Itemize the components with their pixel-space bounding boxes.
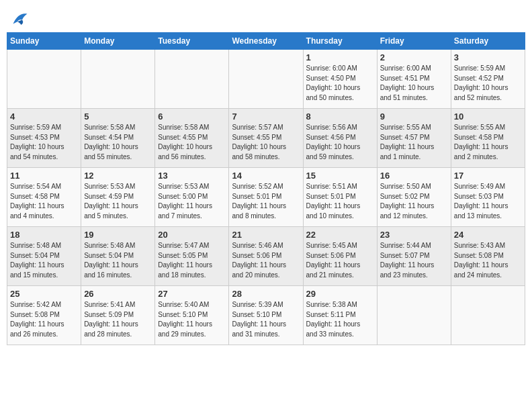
col-header-thursday: Thursday [303, 33, 377, 50]
calendar-cell: 8Sunrise: 5:56 AM Sunset: 4:56 PM Daylig… [303, 109, 377, 168]
day-info: Sunrise: 5:58 AM Sunset: 4:55 PM Dayligh… [158, 123, 226, 162]
day-number: 13 [158, 171, 226, 181]
calendar-cell: 27Sunrise: 5:40 AM Sunset: 5:10 PM Dayli… [155, 286, 229, 345]
day-info: Sunrise: 5:48 AM Sunset: 5:04 PM Dayligh… [84, 241, 152, 280]
day-info: Sunrise: 5:46 AM Sunset: 5:06 PM Dayligh… [232, 241, 300, 280]
calendar-cell: 22Sunrise: 5:45 AM Sunset: 5:06 PM Dayli… [303, 227, 377, 286]
calendar-week-row: 11Sunrise: 5:54 AM Sunset: 4:58 PM Dayli… [7, 168, 525, 227]
day-number: 7 [232, 111, 300, 122]
logo [7, 9, 28, 28]
calendar-cell: 6Sunrise: 5:58 AM Sunset: 4:55 PM Daylig… [155, 109, 229, 168]
day-info: Sunrise: 5:50 AM Sunset: 5:02 PM Dayligh… [380, 182, 448, 221]
calendar-week-row: 25Sunrise: 5:42 AM Sunset: 5:08 PM Dayli… [7, 286, 525, 345]
day-number: 24 [454, 230, 522, 240]
day-info: Sunrise: 5:53 AM Sunset: 5:00 PM Dayligh… [158, 182, 226, 221]
calendar-cell: 5Sunrise: 5:58 AM Sunset: 4:54 PM Daylig… [81, 109, 155, 168]
calendar-cell [81, 50, 155, 109]
day-info: Sunrise: 5:41 AM Sunset: 5:09 PM Dayligh… [84, 300, 152, 339]
day-number: 10 [454, 111, 522, 122]
calendar-cell: 19Sunrise: 5:48 AM Sunset: 5:04 PM Dayli… [81, 227, 155, 286]
day-info: Sunrise: 5:43 AM Sunset: 5:08 PM Dayligh… [454, 241, 522, 280]
day-info: Sunrise: 5:42 AM Sunset: 5:08 PM Dayligh… [10, 300, 78, 339]
day-info: Sunrise: 5:54 AM Sunset: 4:58 PM Dayligh… [10, 182, 78, 221]
calendar-cell: 14Sunrise: 5:52 AM Sunset: 5:01 PM Dayli… [229, 168, 303, 227]
calendar-week-row: 4Sunrise: 5:59 AM Sunset: 4:53 PM Daylig… [7, 109, 525, 168]
day-number: 3 [454, 52, 522, 62]
calendar-cell: 20Sunrise: 5:47 AM Sunset: 5:05 PM Dayli… [155, 227, 229, 286]
calendar-cell: 18Sunrise: 5:48 AM Sunset: 5:04 PM Dayli… [7, 227, 81, 286]
day-number: 27 [158, 289, 226, 299]
day-number: 6 [158, 111, 226, 122]
col-header-wednesday: Wednesday [229, 33, 303, 50]
day-number: 20 [158, 230, 226, 240]
calendar-cell: 2Sunrise: 6:00 AM Sunset: 4:51 PM Daylig… [377, 50, 451, 109]
day-number: 4 [10, 111, 78, 122]
day-number: 22 [306, 230, 374, 240]
day-number: 17 [454, 171, 522, 181]
day-number: 25 [10, 289, 78, 299]
day-number: 9 [380, 111, 448, 122]
day-info: Sunrise: 5:38 AM Sunset: 5:11 PM Dayligh… [306, 300, 374, 339]
calendar-cell: 23Sunrise: 5:44 AM Sunset: 5:07 PM Dayli… [377, 227, 451, 286]
day-number: 8 [306, 111, 374, 122]
day-number: 14 [232, 171, 300, 181]
page-header [7, 7, 525, 28]
day-info: Sunrise: 5:56 AM Sunset: 4:56 PM Dayligh… [306, 123, 374, 162]
day-number: 29 [306, 289, 374, 299]
day-info: Sunrise: 5:47 AM Sunset: 5:05 PM Dayligh… [158, 241, 226, 280]
day-info: Sunrise: 5:39 AM Sunset: 5:10 PM Dayligh… [232, 300, 300, 339]
calendar-cell [451, 286, 525, 345]
day-number: 5 [84, 111, 152, 122]
day-info: Sunrise: 5:45 AM Sunset: 5:06 PM Dayligh… [306, 241, 374, 280]
day-info: Sunrise: 5:44 AM Sunset: 5:07 PM Dayligh… [380, 241, 448, 280]
calendar-cell: 10Sunrise: 5:55 AM Sunset: 4:58 PM Dayli… [451, 109, 525, 168]
day-info: Sunrise: 5:55 AM Sunset: 4:57 PM Dayligh… [380, 123, 448, 162]
calendar-week-row: 1Sunrise: 6:00 AM Sunset: 4:50 PM Daylig… [7, 50, 525, 109]
calendar-week-row: 18Sunrise: 5:48 AM Sunset: 5:04 PM Dayli… [7, 227, 525, 286]
calendar-cell: 17Sunrise: 5:49 AM Sunset: 5:03 PM Dayli… [451, 168, 525, 227]
col-header-monday: Monday [81, 33, 155, 50]
calendar-cell [229, 50, 303, 109]
day-info: Sunrise: 6:00 AM Sunset: 4:50 PM Dayligh… [306, 64, 374, 103]
calendar-cell: 4Sunrise: 5:59 AM Sunset: 4:53 PM Daylig… [7, 109, 81, 168]
calendar-cell [155, 50, 229, 109]
calendar-cell: 29Sunrise: 5:38 AM Sunset: 5:11 PM Dayli… [303, 286, 377, 345]
calendar-cell: 28Sunrise: 5:39 AM Sunset: 5:10 PM Dayli… [229, 286, 303, 345]
day-number: 23 [380, 230, 448, 240]
calendar-cell: 24Sunrise: 5:43 AM Sunset: 5:08 PM Dayli… [451, 227, 525, 286]
col-header-saturday: Saturday [451, 33, 525, 50]
day-info: Sunrise: 5:55 AM Sunset: 4:58 PM Dayligh… [454, 123, 522, 162]
calendar-cell: 11Sunrise: 5:54 AM Sunset: 4:58 PM Dayli… [7, 168, 81, 227]
day-info: Sunrise: 5:40 AM Sunset: 5:10 PM Dayligh… [158, 300, 226, 339]
calendar-cell: 3Sunrise: 5:59 AM Sunset: 4:52 PM Daylig… [451, 50, 525, 109]
day-number: 16 [380, 171, 448, 181]
calendar-cell: 7Sunrise: 5:57 AM Sunset: 4:55 PM Daylig… [229, 109, 303, 168]
day-info: Sunrise: 5:59 AM Sunset: 4:52 PM Dayligh… [454, 64, 522, 103]
day-number: 18 [10, 230, 78, 240]
day-number: 19 [84, 230, 152, 240]
day-info: Sunrise: 5:53 AM Sunset: 4:59 PM Dayligh… [84, 182, 152, 221]
calendar-cell: 9Sunrise: 5:55 AM Sunset: 4:57 PM Daylig… [377, 109, 451, 168]
calendar-cell: 12Sunrise: 5:53 AM Sunset: 4:59 PM Dayli… [81, 168, 155, 227]
day-info: Sunrise: 5:57 AM Sunset: 4:55 PM Dayligh… [232, 123, 300, 162]
calendar-cell [7, 50, 81, 109]
calendar-cell: 25Sunrise: 5:42 AM Sunset: 5:08 PM Dayli… [7, 286, 81, 345]
day-info: Sunrise: 5:49 AM Sunset: 5:03 PM Dayligh… [454, 182, 522, 221]
day-info: Sunrise: 5:52 AM Sunset: 5:01 PM Dayligh… [232, 182, 300, 221]
col-header-tuesday: Tuesday [155, 33, 229, 50]
day-number: 26 [84, 289, 152, 299]
logo-bird-icon [8, 9, 28, 28]
day-info: Sunrise: 5:58 AM Sunset: 4:54 PM Dayligh… [84, 123, 152, 162]
col-header-sunday: Sunday [7, 33, 81, 50]
calendar-body: 1Sunrise: 6:00 AM Sunset: 4:50 PM Daylig… [7, 50, 525, 345]
calendar-table: SundayMondayTuesdayWednesdayThursdayFrid… [7, 32, 525, 345]
day-number: 12 [84, 171, 152, 181]
calendar-cell: 21Sunrise: 5:46 AM Sunset: 5:06 PM Dayli… [229, 227, 303, 286]
day-number: 15 [306, 171, 374, 181]
calendar-cell: 1Sunrise: 6:00 AM Sunset: 4:50 PM Daylig… [303, 50, 377, 109]
day-number: 21 [232, 230, 300, 240]
calendar-header-row: SundayMondayTuesdayWednesdayThursdayFrid… [7, 33, 525, 50]
calendar-cell: 16Sunrise: 5:50 AM Sunset: 5:02 PM Dayli… [377, 168, 451, 227]
calendar-cell: 15Sunrise: 5:51 AM Sunset: 5:01 PM Dayli… [303, 168, 377, 227]
day-number: 11 [10, 171, 78, 181]
